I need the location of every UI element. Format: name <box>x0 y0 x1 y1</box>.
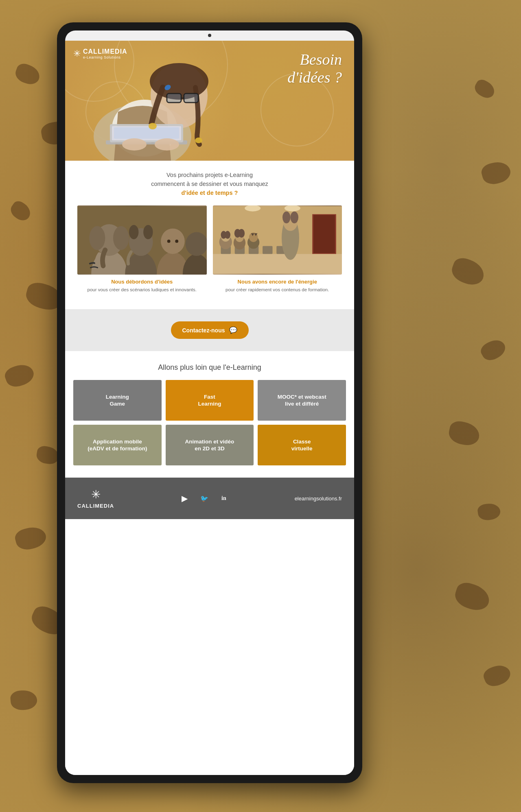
svg-point-46 <box>225 231 230 239</box>
solution-label: Classevirtuelle <box>291 438 313 452</box>
solutions-grid: LearningGame FastLearning MOOC* et webca… <box>73 380 346 465</box>
svg-point-58 <box>290 212 298 223</box>
footer-logo-icon: ✳ <box>91 488 101 501</box>
svg-point-29 <box>167 240 171 243</box>
contact-button[interactable]: Contactez-nous 💬 <box>171 321 249 339</box>
tagline: Vos prochains projets e-Learning commenc… <box>77 171 342 197</box>
hero-section: ✳ CALLIMEDIA e-Learning Solutions Besoin… <box>65 41 354 161</box>
hero-title: Besoin d'idées ? <box>287 51 342 86</box>
solution-fast-learning[interactable]: FastLearning <box>166 380 254 421</box>
hero-illustration <box>73 47 228 161</box>
svg-point-30 <box>175 240 178 243</box>
card-left-desc: pour vous créer des scénarios ludiques e… <box>77 286 207 293</box>
footer-url: elearningsolutions.fr <box>295 495 342 502</box>
card-left-image <box>77 205 207 275</box>
solution-label: Animation et vidéoen 2D et 3D <box>185 438 234 452</box>
svg-rect-7 <box>167 94 181 102</box>
tagline-highlight: d'idée et de temps ? <box>77 189 342 198</box>
card-left-title: Nous débordons d'idées <box>77 279 207 285</box>
svg-point-25 <box>129 225 138 239</box>
logo-icon: ✳ <box>73 48 81 59</box>
svg-point-50 <box>238 229 245 238</box>
svg-rect-12 <box>114 127 179 139</box>
card-right: Nous avons encore de l'énergie pour crée… <box>213 205 342 293</box>
svg-point-17 <box>195 138 202 143</box>
card-right-desc: pour créer rapidement vos contenus de fo… <box>213 286 342 293</box>
svg-rect-37 <box>313 215 335 253</box>
svg-point-22 <box>113 226 129 250</box>
solution-label: Application mobile(eADV et de formation) <box>88 438 147 452</box>
solution-label: MOOC* et webcastlive et différé <box>278 393 326 408</box>
contact-button-label: Contactez-nous <box>182 327 225 334</box>
svg-point-16 <box>149 123 157 129</box>
main-content: Vos prochains projets e-Learning commenc… <box>65 161 354 309</box>
logo-area: ✳ CALLIMEDIA e-Learning Solutions <box>73 48 127 59</box>
solution-learning-game[interactable]: LearningGame <box>73 380 162 421</box>
svg-point-57 <box>282 212 290 223</box>
card-left: Nous débordons d'idées pour vous créer d… <box>77 205 207 293</box>
solution-animation[interactable]: Animation et vidéoen 2D et 3D <box>166 425 254 465</box>
logo: ✳ CALLIMEDIA e-Learning Solutions <box>73 48 127 59</box>
linkedin-icon[interactable]: in <box>218 493 230 504</box>
solutions-title: Allons plus loin que l'e-Learning <box>73 363 346 372</box>
svg-point-13 <box>122 138 147 151</box>
tablet-content: ✳ CALLIMEDIA e-Learning Solutions Besoin… <box>65 41 354 775</box>
tablet-frame: ✳ CALLIMEDIA e-Learning Solutions Besoin… <box>57 22 362 783</box>
twitter-icon[interactable]: 🐦 <box>199 493 210 504</box>
card-right-image <box>213 205 342 275</box>
camera-dot <box>208 34 211 37</box>
svg-point-28 <box>161 229 185 254</box>
svg-point-26 <box>143 225 153 239</box>
footer-logo: ✳ CALLIMEDIA <box>77 488 114 509</box>
solutions-section: Allons plus loin que l'e-Learning Learni… <box>65 351 354 478</box>
svg-rect-8 <box>184 94 198 102</box>
logo-subtitle: e-Learning Solutions <box>83 55 127 59</box>
footer-social: ▶ 🐦 in <box>179 493 230 504</box>
solution-mobile[interactable]: Application mobile(eADV et de formation) <box>73 425 162 465</box>
svg-rect-41 <box>263 246 272 254</box>
image-cards: Nous débordons d'idées pour vous créer d… <box>77 205 342 293</box>
play-icon[interactable]: ▶ <box>179 493 190 504</box>
card-right-title: Nous avons encore de l'énergie <box>213 279 342 285</box>
solution-label: FastLearning <box>198 393 221 408</box>
solution-label: LearningGame <box>106 393 129 408</box>
solution-mooc[interactable]: MOOC* et webcastlive et différé <box>258 380 346 421</box>
svg-point-21 <box>89 226 105 250</box>
footer: ✳ CALLIMEDIA ▶ 🐦 in elearningsolutions.f… <box>65 478 354 519</box>
chat-icon: 💬 <box>229 326 237 334</box>
logo-name: CALLIMEDIA <box>83 48 127 55</box>
cta-section: Contactez-nous 💬 <box>65 309 354 351</box>
footer-logo-text: CALLIMEDIA <box>77 503 114 509</box>
svg-rect-34 <box>213 254 342 274</box>
solution-classe-virtuelle[interactable]: Classevirtuelle <box>258 425 346 465</box>
svg-point-14 <box>155 138 179 151</box>
tablet-screen: ✳ CALLIMEDIA e-Learning Solutions Besoin… <box>65 31 354 775</box>
